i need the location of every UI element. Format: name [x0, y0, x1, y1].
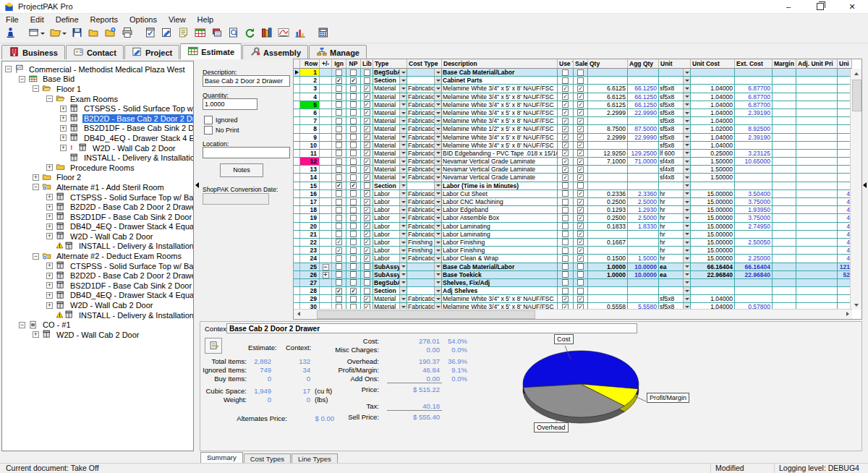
cell-ct[interactable]: Fabricatio [407, 125, 442, 132]
cell-agg[interactable] [628, 166, 659, 173]
cell-ct[interactable]: Fabricatio [407, 158, 442, 165]
cell-pm[interactable] [320, 77, 332, 84]
tree-item[interactable]: +DB4D_4EQ - Drawer Stack 4 Equal Drawers [2, 291, 193, 301]
cell-margin[interactable] [773, 190, 796, 197]
cell-margin[interactable] [773, 214, 796, 221]
cell-desc[interactable]: Melamine White 3/4" x 5' x 8' NAUF/FSC [442, 109, 558, 116]
cell-ct[interactable] [407, 69, 442, 76]
tree-item[interactable]: +BS2D1DF - Base Cab Sink 2 Door 1 DrwFal… [2, 124, 193, 134]
cell-useT[interactable] [558, 255, 574, 262]
cell-uc[interactable]: 1.50000 [691, 166, 735, 173]
cell-ext[interactable]: 2.74950 [735, 223, 773, 230]
expand-box[interactable]: + [46, 204, 53, 210]
cell-adj[interactable] [796, 247, 838, 254]
cell-sales[interactable]: ✓ [574, 198, 588, 205]
tree-item[interactable]: +CTSPSS - Solid Surface Top w/ Backsplas… [2, 103, 193, 114]
cell-sales[interactable]: ✓ [574, 85, 588, 92]
menu-view[interactable]: View [163, 15, 192, 24]
cell-ext[interactable]: 2.50050 [735, 239, 773, 246]
cell-uc[interactable]: 1.04000 [691, 134, 735, 141]
dropdown-button[interactable] [683, 231, 690, 238]
cell-adj[interactable] [796, 279, 838, 286]
dropdown-caret-icon[interactable] [40, 26, 45, 41]
cell-type[interactable]: SubAssy [373, 263, 407, 270]
cell-qty[interactable]: 0.1293 [588, 206, 628, 213]
dropdown-button[interactable] [683, 206, 690, 213]
cell-type[interactable]: Labor [373, 223, 407, 230]
cell-adj[interactable] [796, 93, 838, 101]
cell-useT[interactable] [558, 287, 574, 294]
cell-lib[interactable]: ✓ [361, 85, 373, 92]
cell-pm[interactable] [320, 142, 332, 149]
cell-useT[interactable] [558, 214, 574, 221]
cell-lib[interactable]: ✓ [361, 134, 373, 141]
cell-adj[interactable] [796, 158, 838, 165]
cell-ext[interactable]: 6.87700 [735, 93, 773, 101]
cell-uc[interactable]: 0.25000 [691, 150, 735, 157]
minimize-button[interactable]: – [773, 0, 804, 13]
tree-item[interactable]: −Alternate #1 - Add Steril Room [2, 182, 193, 192]
cell-desc[interactable]: Nevamar Vertical Grade Laminate [442, 174, 558, 181]
cell-pm[interactable] [320, 206, 332, 213]
cell-sales[interactable]: ✓ [574, 158, 588, 165]
dropdown-button[interactable] [683, 125, 690, 132]
cell-ign[interactable] [332, 125, 346, 132]
cell-ign[interactable] [332, 214, 346, 221]
cell-sales[interactable]: ✓ [574, 125, 588, 132]
project-edit-button[interactable] [159, 26, 174, 41]
cell-sales[interactable] [574, 287, 588, 294]
cell-n[interactable]: 7 [300, 117, 320, 124]
cell-unit[interactable] [659, 287, 691, 294]
cell-ext[interactable]: 3.75000 [735, 214, 773, 221]
cell-adj[interactable] [796, 206, 838, 213]
cell-type[interactable]: Material [373, 125, 407, 132]
dropdown-button[interactable] [434, 125, 441, 132]
refresh-button[interactable] [242, 26, 258, 41]
dropdown-button[interactable] [434, 239, 441, 246]
cell-unit[interactable]: sf5x8 [659, 125, 691, 132]
cell-unit[interactable]: ea [659, 271, 691, 278]
cell-ext[interactable]: 6.87700 [735, 85, 773, 92]
cell-type[interactable]: BegSubA [373, 279, 407, 286]
cell-useT[interactable]: ✓ [558, 174, 574, 181]
spreadsheet-button[interactable] [192, 26, 208, 41]
cell-ign[interactable] [332, 263, 346, 270]
cell-type[interactable]: Labor [373, 190, 407, 197]
cell-uc[interactable]: 22.96840 [691, 271, 735, 278]
exit-button[interactable] [3, 26, 18, 41]
expand-box[interactable]: + [46, 292, 53, 299]
cell-type[interactable]: Material [373, 295, 407, 302]
dropdown-button[interactable] [683, 158, 690, 165]
new-folder-button[interactable] [86, 26, 101, 41]
cell-unit[interactable]: hr [659, 223, 691, 230]
cell-lib[interactable]: ✓ [361, 150, 373, 157]
cell-np[interactable] [346, 206, 361, 213]
dropdown-button[interactable] [434, 214, 441, 221]
cell-margin[interactable] [773, 247, 796, 254]
cell-pm[interactable] [320, 158, 332, 165]
cell-ign[interactable] [332, 69, 346, 76]
cell-qty[interactable] [588, 247, 628, 254]
scroll-right-button[interactable] [843, 310, 852, 318]
cell-unit[interactable] [659, 77, 691, 84]
dropdown-button[interactable] [683, 279, 690, 286]
layers-button[interactable] [209, 26, 224, 41]
cell-ct[interactable]: Fabricatio [407, 142, 442, 149]
cell-type[interactable]: Labor [373, 239, 407, 246]
cell-adj[interactable] [796, 271, 838, 278]
cell-adj[interactable] [796, 109, 838, 116]
cell-desc[interactable]: Shelves, Fix/Adj [442, 279, 558, 286]
cell-margin[interactable] [773, 150, 796, 157]
dropdown-button[interactable] [399, 77, 407, 84]
cell-adj[interactable] [796, 166, 838, 173]
cell-ext[interactable]: 3.75000 [735, 198, 773, 205]
expand-box[interactable]: + [60, 106, 67, 112]
cell-adj[interactable] [796, 263, 838, 270]
cell-n[interactable]: 14 [300, 174, 320, 181]
cell-ign[interactable]: ✓ [332, 182, 346, 189]
cell-type[interactable]: Labor [373, 255, 407, 262]
cell-sales[interactable]: ✓ [574, 214, 588, 221]
cell-margin[interactable] [773, 223, 796, 230]
grid-horizontal-scrollbar[interactable] [294, 309, 852, 319]
dropdown-button[interactable] [399, 158, 407, 165]
